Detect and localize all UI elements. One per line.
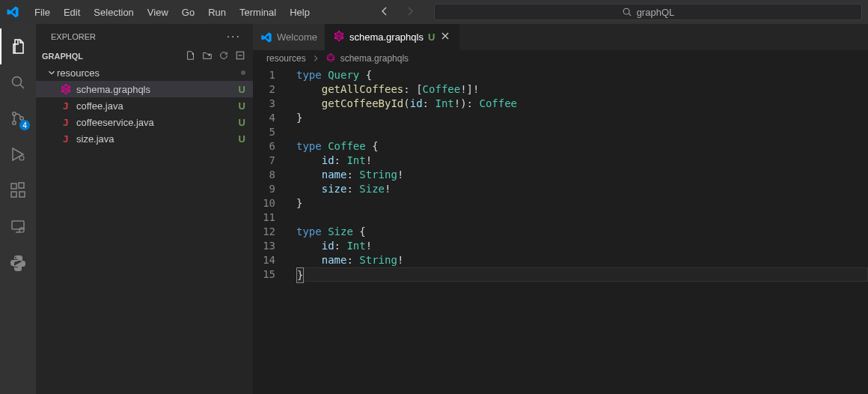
tab-bar: Welcome schema.graphqls U [253,24,868,50]
svg-point-19 [65,93,67,94]
refresh-icon[interactable] [218,50,229,62]
svg-line-3 [20,85,24,88]
menu-view[interactable]: View [141,4,174,21]
svg-point-28 [334,33,336,34]
file-tree: resources schema.graphqls U J coffee.jav… [36,64,253,147]
git-status: U [239,117,245,128]
graphql-file-icon [333,30,345,44]
svg-point-26 [338,40,340,41]
svg-rect-10 [19,192,25,197]
git-status: U [239,133,245,145]
project-name: GRAPHQL [42,52,83,61]
svg-point-0 [623,8,629,14]
git-status: U [239,84,245,95]
git-status: U [239,100,245,112]
activity-python[interactable] [0,244,36,280]
activity-source-control[interactable]: 4 [0,100,36,136]
file-label: schema.graphqls [76,84,239,95]
svg-point-18 [69,91,70,92]
svg-point-20 [61,91,63,92]
tab-schema[interactable]: schema.graphqls U [326,24,459,50]
menu-file[interactable]: File [28,4,56,21]
vscode-icon [260,31,272,43]
svg-point-21 [61,86,63,88]
svg-point-7 [19,156,24,160]
tab-label: Welcome [277,31,317,43]
search-input[interactable]: graphQL [434,4,862,20]
svg-point-5 [13,121,16,124]
svg-point-16 [65,84,67,85]
new-file-icon[interactable] [186,50,196,62]
menu-edit[interactable]: Edit [58,4,86,21]
svg-line-1 [629,13,631,16]
tree-folder-resources[interactable]: resources [36,64,253,81]
java-file-icon: J [60,133,72,145]
file-label: coffee.java [76,100,239,112]
activity-remote[interactable] [0,208,36,244]
nav-arrows [379,5,416,19]
breadcrumb-segment[interactable]: schema.graphqls [340,53,409,64]
vscode-logo-icon [6,5,19,19]
menu-selection[interactable]: Selection [88,4,139,21]
chevron-right-icon [311,53,321,64]
sidebar-title-label: EXPLORER [51,32,96,41]
svg-rect-9 [11,192,16,197]
main-menu: File Edit Selection View Go Run Terminal… [28,4,316,21]
tab-label: schema.graphqls [349,31,424,43]
menu-go[interactable]: Go [176,4,201,21]
file-label: size.java [76,133,239,145]
tab-welcome[interactable]: Welcome [253,24,326,50]
sidebar: EXPLORER ··· GRAPHQL resources [36,24,253,394]
svg-point-25 [342,37,343,39]
tree-file-coffee[interactable]: J coffee.java U [36,97,253,114]
menu-run[interactable]: Run [202,4,232,21]
file-label: coffeeservice.java [76,117,239,128]
scm-badge: 4 [19,120,30,130]
tab-git-status: U [428,31,435,43]
code-editor[interactable]: 123456789101112131415 type Query { getAl… [253,67,868,394]
graphql-file-icon [60,83,72,95]
new-folder-icon[interactable] [202,50,213,62]
breadcrumb-segment[interactable]: resources [266,53,306,64]
search-value: graphQL [637,7,675,18]
code-content[interactable]: type Query { getAllCoffees: [Coffee!]! g… [290,68,868,394]
svg-point-23 [338,31,340,32]
breadcrumb[interactable]: resources schema.graphqls [253,50,868,67]
svg-point-24 [342,33,343,34]
activity-bar: 4 [0,24,36,394]
svg-point-2 [13,77,22,86]
editor-area: Welcome schema.graphqls U resources sche… [253,24,868,394]
nav-forward-icon[interactable] [404,5,416,19]
chevron-down-icon [46,67,57,78]
nav-back-icon[interactable] [379,5,391,19]
folder-dirty-dot-icon [241,70,245,75]
tree-file-coffeeservice[interactable]: J coffeeservice.java U [36,114,253,130]
sidebar-header: EXPLORER ··· [36,24,253,48]
line-number-gutter: 123456789101112131415 [253,68,290,394]
java-file-icon: J [60,116,72,128]
activity-explorer[interactable] [0,28,36,64]
svg-point-17 [69,86,70,88]
menu-terminal[interactable]: Terminal [233,4,282,21]
svg-point-13 [19,228,24,232]
sidebar-more-icon[interactable]: ··· [227,30,241,43]
project-root[interactable]: GRAPHQL [36,48,253,64]
activity-search[interactable] [0,64,36,100]
svg-point-4 [13,112,16,115]
java-file-icon: J [60,100,72,112]
svg-rect-8 [11,184,16,189]
collapse-icon[interactable] [235,50,245,62]
tree-file-schema[interactable]: schema.graphqls U [36,81,253,97]
tree-file-size[interactable]: J size.java U [36,130,253,147]
graphql-file-icon [326,52,336,65]
folder-label: resources [57,67,245,79]
close-tab-icon[interactable] [439,30,451,44]
activity-run-debug[interactable] [0,136,36,172]
activity-extensions[interactable] [0,172,36,208]
svg-rect-11 [19,183,24,188]
svg-point-27 [334,37,336,39]
titlebar: File Edit Selection View Go Run Terminal… [0,0,868,24]
search-icon [622,7,632,17]
menu-help[interactable]: Help [284,4,316,21]
